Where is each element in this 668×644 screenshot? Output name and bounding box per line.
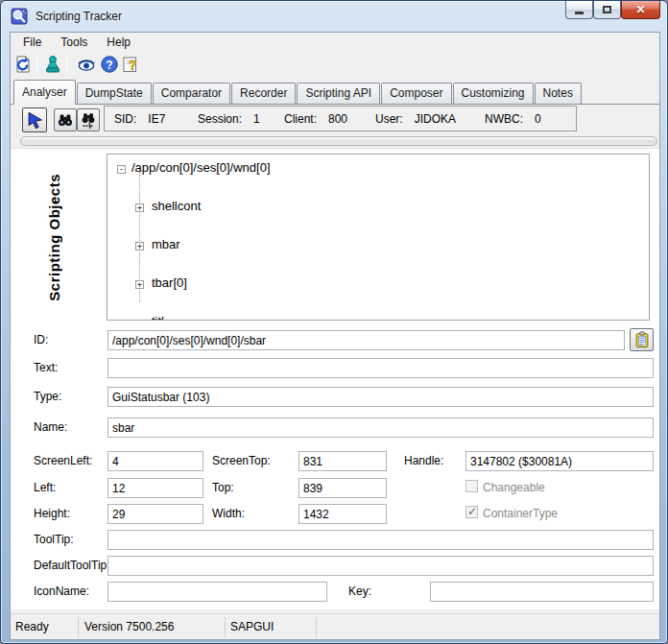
binoculars-next-icon bbox=[80, 111, 97, 129]
help-icon[interactable]: ? bbox=[99, 54, 120, 75]
close-button[interactable]: ✕ bbox=[621, 1, 660, 19]
session-info-bar: SID:IE7 Session:1 Client:800 User:JIDOKA… bbox=[104, 106, 577, 131]
collapse-icon[interactable]: - bbox=[117, 165, 126, 174]
width-field[interactable] bbox=[298, 504, 387, 524]
tree-node-label[interactable]: shellcont bbox=[149, 198, 203, 214]
top-label: Top: bbox=[212, 481, 234, 494]
session-client: Client:800 bbox=[284, 112, 347, 126]
svg-text:?: ? bbox=[106, 59, 112, 72]
app-icon bbox=[11, 8, 28, 25]
session-nwbc: NWBC:0 bbox=[485, 112, 541, 126]
tab-comparator[interactable]: Comparator bbox=[153, 83, 230, 104]
find-button[interactable] bbox=[54, 108, 77, 131]
screentop-field[interactable] bbox=[298, 451, 387, 471]
id-label: ID: bbox=[34, 333, 48, 346]
status-bar: Ready Version 7500.256 SAPGUI bbox=[11, 613, 659, 639]
close-icon: ✕ bbox=[635, 3, 645, 16]
status-version: Version 7500.256 bbox=[84, 620, 174, 633]
key-label: Key: bbox=[348, 584, 371, 598]
client-area: File Tools Help bbox=[10, 32, 660, 640]
tab-notes[interactable]: Notes bbox=[535, 83, 582, 104]
menu-file[interactable]: File bbox=[13, 33, 51, 52]
titlebar: Scripting Tracker ✕ bbox=[1, 1, 667, 32]
name-field[interactable] bbox=[107, 417, 654, 438]
main-toolbar: ? ? bbox=[11, 52, 659, 79]
expand-icon[interactable]: + bbox=[135, 242, 144, 250]
toolbar-separator bbox=[36, 56, 37, 73]
containertype-checkbox[interactable] bbox=[465, 506, 478, 518]
text-label: Text: bbox=[34, 361, 58, 374]
tab-analyser[interactable]: Analyser bbox=[13, 80, 76, 105]
handle-field[interactable] bbox=[465, 451, 654, 471]
minimize-icon bbox=[575, 12, 584, 14]
screentop-label: ScreenTop: bbox=[212, 454, 271, 467]
changeable-label: Changeable bbox=[483, 481, 545, 494]
notes-help-icon[interactable]: ? bbox=[120, 54, 141, 75]
app-window: Scripting Tracker ✕ File Tools Help bbox=[0, 0, 668, 644]
defaulttooltip-label: DefaultToolTip: bbox=[34, 559, 110, 572]
session-session: Session:1 bbox=[198, 112, 260, 126]
pointer-arrow-icon bbox=[25, 110, 44, 130]
tab-strip: Analyser DumpState Comparator Recorder S… bbox=[11, 80, 659, 105]
statusbar-separator bbox=[316, 617, 317, 637]
top-field[interactable] bbox=[298, 478, 387, 498]
tree-node-label[interactable]: /app/con[0]/ses[0]/wnd[0] bbox=[129, 159, 274, 176]
binoculars-icon bbox=[57, 111, 74, 129]
svg-text:?: ? bbox=[129, 58, 137, 73]
session-sid: SID:IE7 bbox=[114, 112, 165, 126]
changeable-checkbox[interactable] bbox=[465, 480, 478, 492]
tab-dumpstate[interactable]: DumpState bbox=[77, 83, 152, 104]
expand-icon[interactable]: + bbox=[135, 280, 144, 289]
window-title: Scripting Tracker bbox=[36, 10, 122, 23]
maximize-button[interactable] bbox=[593, 1, 621, 19]
name-label: Name: bbox=[34, 420, 67, 434]
key-field[interactable] bbox=[430, 582, 654, 602]
toolbar-separator bbox=[66, 56, 67, 73]
tab-composer[interactable]: Composer bbox=[381, 83, 451, 104]
id-field[interactable] bbox=[107, 330, 625, 350]
tree-node-label[interactable]: mbar bbox=[149, 236, 183, 252]
stamp-icon[interactable] bbox=[42, 54, 63, 75]
session-user: User:JIDOKA bbox=[375, 112, 456, 126]
tree-node-label[interactable]: titl bbox=[149, 313, 167, 321]
screenleft-label: ScreenLeft: bbox=[34, 454, 92, 467]
find-next-button[interactable] bbox=[77, 108, 100, 131]
clipboard-icon bbox=[633, 331, 651, 348]
status-ready: Ready bbox=[15, 620, 49, 633]
iconname-field[interactable] bbox=[107, 582, 327, 602]
tab-recorder[interactable]: Recorder bbox=[231, 83, 296, 104]
progress-bar bbox=[20, 136, 657, 146]
tab-scripting-api[interactable]: Scripting API bbox=[297, 83, 380, 104]
left-label: Left: bbox=[34, 481, 56, 494]
menu-help[interactable]: Help bbox=[97, 33, 140, 52]
width-label: Width: bbox=[212, 507, 245, 520]
refresh-session-icon[interactable] bbox=[12, 54, 34, 75]
type-field[interactable] bbox=[107, 387, 654, 407]
menu-tools[interactable]: Tools bbox=[51, 33, 97, 52]
text-field[interactable] bbox=[107, 358, 654, 378]
iconname-label: IconName: bbox=[34, 584, 89, 598]
defaulttooltip-field[interactable] bbox=[107, 556, 654, 576]
maximize-icon bbox=[603, 6, 611, 13]
status-sapgui: SAPGUI bbox=[230, 620, 274, 633]
menu-bar: File Tools Help bbox=[11, 33, 659, 52]
statusbar-separator bbox=[78, 617, 79, 637]
tree-node-label[interactable]: tbar[0] bbox=[149, 274, 190, 291]
screenleft-field[interactable] bbox=[107, 451, 203, 471]
eye-icon[interactable] bbox=[76, 54, 97, 75]
left-field[interactable] bbox=[107, 478, 203, 498]
select-pointer-button[interactable] bbox=[22, 107, 47, 132]
statusbar-separator bbox=[225, 617, 226, 637]
tab-customizing[interactable]: Customizing bbox=[453, 83, 534, 104]
height-field[interactable] bbox=[107, 504, 203, 524]
height-label: Height: bbox=[34, 507, 70, 520]
tooltip-label: ToolTip: bbox=[34, 533, 74, 546]
minimize-button[interactable] bbox=[565, 1, 593, 19]
expand-icon[interactable]: + bbox=[135, 203, 144, 212]
containertype-label: ContainerType bbox=[483, 507, 558, 520]
type-label: Type: bbox=[34, 390, 61, 403]
copy-to-clipboard-button[interactable] bbox=[630, 328, 654, 351]
tooltip-field[interactable] bbox=[107, 530, 654, 550]
scripting-objects-tree[interactable]: - /app/con[0]/ses[0]/wnd[0] + shellcont … bbox=[107, 154, 650, 321]
handle-label: Handle: bbox=[404, 454, 443, 467]
